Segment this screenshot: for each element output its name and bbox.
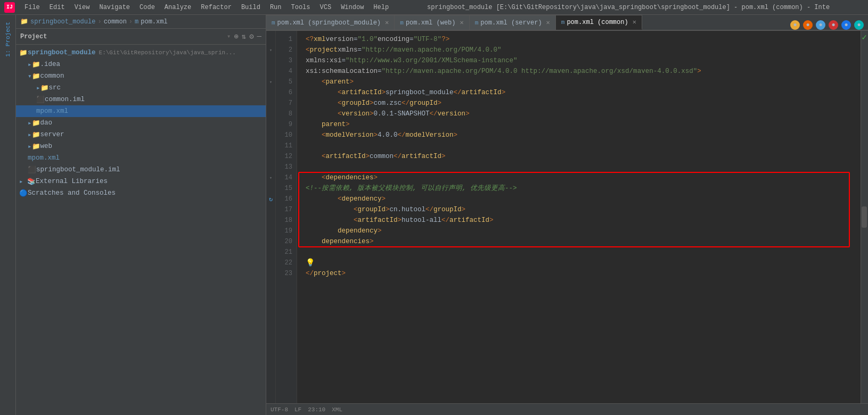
gutter-mark-16: ↻ — [266, 194, 275, 204]
tree-item-src[interactable]: ▸📁src — [16, 82, 266, 94]
folder-arrow-icon: ▸ — [28, 130, 32, 139]
menu-build[interactable]: Build — [237, 3, 265, 12]
minimize-icon[interactable]: — — [257, 32, 261, 41]
tab-close-btn[interactable]: ✕ — [385, 19, 389, 27]
gutter-mark-4 — [266, 66, 275, 77]
tree-item-server[interactable]: ▸📁server — [16, 129, 266, 140]
folder-arrow-icon: ▸ — [28, 119, 32, 127]
tree-item-scratches[interactable]: 🔵Scratches and Consoles — [16, 187, 266, 199]
tree-item-label: common — [40, 72, 64, 80]
edge-icon[interactable]: ● — [816, 20, 825, 30]
right-scrollbar[interactable]: ✓ — [861, 31, 868, 403]
breadcrumb-sep2: › — [129, 18, 133, 26]
tab-close-btn[interactable]: ✕ — [633, 18, 636, 26]
ie-icon[interactable]: ● — [841, 20, 851, 30]
folder-icon: 📁 — [32, 130, 40, 139]
tree-item-web[interactable]: ▸📁web — [16, 140, 266, 152]
code-line-11 — [306, 140, 861, 151]
code-area[interactable]: <?xml version="1.0" encoding="UTF-8"?><p… — [297, 31, 861, 403]
breadcrumb-sep1: › — [97, 18, 101, 26]
code-line-5: <parent> — [306, 77, 861, 87]
menu-analyze[interactable]: Analyze — [160, 3, 195, 12]
window-title: springboot_module [E:\Git\GitRepository\… — [393, 4, 864, 11]
opera-icon[interactable]: ● — [829, 20, 838, 30]
tree-item-springboot_module[interactable]: 📁springboot_moduleE:\Git\GitRepository\j… — [16, 47, 266, 59]
menu-edit[interactable]: Edit — [45, 3, 69, 12]
menu-navigate[interactable]: Navigate — [95, 3, 134, 12]
fold-icon[interactable]: ▾ — [269, 47, 272, 53]
status-linesep: LF — [294, 406, 301, 413]
tab-label: pom.xml (common) — [567, 19, 628, 26]
status-lang: XML — [332, 406, 342, 413]
breadcrumb-module[interactable]: springboot_module — [30, 18, 95, 26]
line-number-22: 22 — [276, 258, 292, 268]
firefox-icon[interactable]: ● — [803, 20, 813, 30]
chrome-icon[interactable]: ● — [790, 20, 800, 30]
folder-icon: 📁 — [32, 72, 40, 80]
module-icon: 📁 — [19, 48, 28, 57]
titlebar: IJ FileEditViewNavigateCodeAnalyzeRefact… — [0, 0, 868, 15]
tab-tab2[interactable]: mpom.xml (web)✕ — [395, 15, 469, 30]
breadcrumb: 📁 springboot_module › common › m pom.xml — [16, 15, 266, 29]
lightbulb-icon[interactable]: 💡 — [306, 258, 315, 268]
breadcrumb-file: m — [135, 18, 138, 26]
line-number-20: 20 — [276, 236, 292, 247]
gutter-mark-21 — [266, 247, 275, 258]
panel-dropdown-arrow[interactable]: ▾ — [227, 32, 231, 40]
line-number-6: 6 — [276, 87, 292, 98]
tree-item-common_iml[interactable]: ⬛common.iml — [16, 94, 266, 105]
tree-item-springboot_iml[interactable]: ⬛springboot_module.iml — [16, 164, 266, 176]
scrollbar-thumb[interactable] — [862, 206, 867, 228]
gutter-mark-12 — [266, 151, 275, 162]
fold-icon[interactable]: ▾ — [269, 79, 272, 85]
breadcrumb-common[interactable]: common — [104, 18, 127, 26]
gutter-mark-7 — [266, 98, 275, 109]
sidebar-project-tab[interactable]: 1: Project — [3, 18, 13, 61]
gutter-mark-8 — [266, 109, 275, 119]
gutter-mark-6 — [266, 87, 275, 98]
tab-close-btn[interactable]: ✕ — [460, 19, 464, 27]
line-numbers: 1234567891011121314151617181920212223 — [276, 31, 297, 403]
gutter-mark-23 — [266, 268, 275, 279]
iml-file-icon: ⬛ — [36, 95, 45, 104]
tab-tab4[interactable]: mpom.xml (common)✕ — [556, 15, 642, 30]
blue-arrow-icon[interactable]: ↻ — [269, 195, 273, 203]
tab-tab1[interactable]: mpom.xml (springboot_module)✕ — [266, 15, 395, 30]
code-line-22: 💡 — [306, 258, 861, 268]
menu-help[interactable]: Help — [369, 3, 393, 12]
tree-item-pom_xml_common[interactable]: mpom.xml — [16, 105, 266, 117]
menu-code[interactable]: Code — [135, 3, 159, 12]
tree-item-pom_xml_root[interactable]: mpom.xml — [16, 152, 266, 164]
folder-arrow-icon: ▸ — [28, 142, 32, 151]
line-number-10: 10 — [276, 130, 292, 140]
code-line-16: <dependency> — [306, 194, 861, 204]
line-number-13: 13 — [276, 162, 292, 172]
menu-vcs[interactable]: VCS — [316, 3, 336, 12]
panel-header-icons: ⊕ ⇅ ⚙ — — [234, 32, 261, 41]
line-number-2: 2 — [276, 45, 292, 55]
tree-item-idea[interactable]: ▸📁.idea — [16, 59, 266, 70]
menu-tools[interactable]: Tools — [287, 3, 315, 12]
browser2-icon[interactable]: ● — [854, 20, 864, 30]
tab-close-btn[interactable]: ✕ — [546, 19, 550, 27]
breadcrumb-pomxml[interactable]: pom.xml — [141, 18, 167, 26]
editor-content: ▾▾▾↻ 12345678910111213141516171819202122… — [266, 31, 868, 403]
settings-icon[interactable]: ⚙ — [249, 32, 253, 41]
tree-item-common[interactable]: ▾📁common — [16, 70, 266, 82]
tree-item-ext_libs[interactable]: ▸ 📚External Libraries — [16, 176, 266, 187]
menu-refactor[interactable]: Refactor — [196, 3, 236, 12]
menu-view[interactable]: View — [70, 3, 94, 12]
sort-icon[interactable]: ⇅ — [242, 32, 246, 41]
tab-label: pom.xml (web) — [406, 19, 456, 27]
code-line-1: <?xml version="1.0" encoding="UTF-8"?> — [306, 34, 861, 45]
folder-arrow-icon: ▸ — [28, 60, 32, 69]
menu-file[interactable]: File — [20, 3, 44, 12]
tab-label: pom.xml (springboot_module) — [277, 19, 381, 27]
tree-item-dao[interactable]: ▸📁dao — [16, 117, 266, 129]
line-number-19: 19 — [276, 226, 292, 236]
add-icon[interactable]: ⊕ — [234, 32, 238, 41]
tab-tab3[interactable]: mpom.xml (server)✕ — [470, 15, 556, 30]
menu-window[interactable]: Window — [337, 3, 368, 12]
fold-icon[interactable]: ▾ — [269, 175, 272, 181]
menu-run[interactable]: Run — [266, 3, 286, 12]
